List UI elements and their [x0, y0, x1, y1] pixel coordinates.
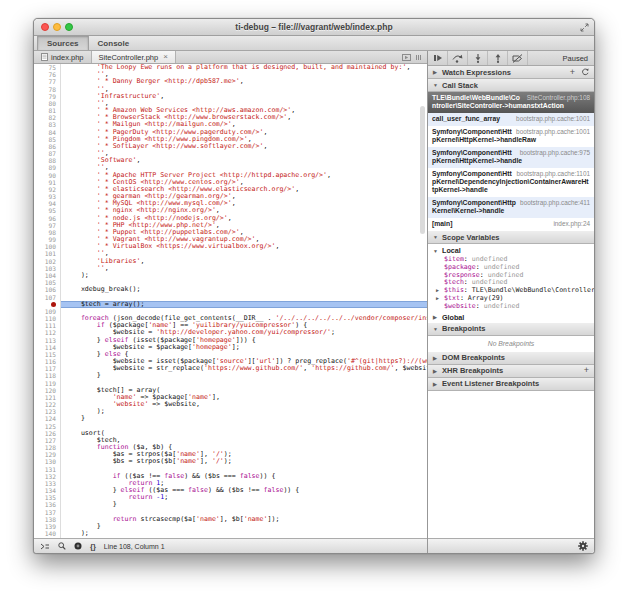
gutter-line-number[interactable]: 105	[34, 279, 61, 286]
gutter-line-number[interactable]: 127	[34, 437, 61, 444]
gutter-line-number[interactable]: 125	[34, 423, 61, 430]
gutter-line-number[interactable]: 76	[34, 71, 61, 78]
code-text[interactable]: 'Software',	[61, 157, 427, 164]
gutter-line-number[interactable]: 104	[34, 272, 61, 279]
code-text[interactable]: $website = str_replace('https://www.gith…	[61, 365, 427, 372]
gutter-line-number[interactable]: 84	[34, 129, 61, 136]
gutter-line-number[interactable]: 120	[34, 387, 61, 394]
gutter-line-number[interactable]: 95	[34, 207, 61, 214]
code-text[interactable]: ' * Amazon Web Services <http://aws.amaz…	[61, 107, 427, 114]
disable-breakpoints-button[interactable]	[508, 51, 528, 65]
code-text[interactable]: if ($package['name'] == 'yuilibrary/yuic…	[61, 322, 427, 329]
call-stack-frame[interactable]: bootstrap.php.cache:975Symfony\Component…	[428, 147, 594, 168]
gutter-line-number[interactable]: 116	[34, 358, 61, 365]
code-text[interactable]: return strcasecmp($a['name'], $b['name']…	[61, 516, 427, 523]
gutter-line-number[interactable]: 103	[34, 265, 61, 272]
scope-variable-row[interactable]: ▶$this: TLE\Bundle\WebBundle\Controller\	[428, 287, 594, 295]
code-text[interactable]: }	[61, 501, 427, 508]
vertical-bars-icon[interactable]	[415, 54, 422, 61]
gutter-line-number[interactable]: 99	[34, 236, 61, 243]
code-text[interactable]: return -1;	[61, 494, 427, 501]
gutter-line-number[interactable]: 80	[34, 100, 61, 107]
code-text[interactable]: usort(	[61, 430, 427, 437]
step-into-button[interactable]	[468, 51, 488, 65]
gutter-line-number[interactable]: 138	[34, 516, 61, 523]
code-text[interactable]: ' * Pingdom <http://www.pingdom.com/>',	[61, 136, 427, 143]
gutter-line-number[interactable]: 96	[34, 215, 61, 222]
code-text[interactable]	[61, 423, 427, 430]
gutter-line-number[interactable]: 134	[34, 487, 61, 494]
code-text[interactable]	[61, 380, 427, 387]
section-call-stack[interactable]: ▼ Call Stack	[428, 79, 594, 92]
gutter-line-number[interactable]: 140	[34, 530, 61, 537]
code-text[interactable]: }	[61, 523, 427, 530]
call-stack-frame[interactable]: bootstrap.php.cache:411Symfony\Component…	[428, 197, 594, 218]
section-scope-variables[interactable]: ▼ Scope Variables	[428, 231, 594, 244]
code-text[interactable]: 'The Loopy Ewe runs on a platform that i…	[61, 64, 427, 71]
code-text[interactable]: $website = 'http://developer.yahoo.com/y…	[61, 329, 427, 336]
minimize-window-button[interactable]	[53, 23, 61, 31]
call-stack-frame[interactable]: bootstrap.php.cache:1001call_user_func_a…	[428, 113, 594, 126]
search-icon[interactable]	[58, 542, 66, 550]
scope-local-row[interactable]: ▼ Local	[428, 244, 594, 256]
code-text[interactable]: '',	[61, 265, 427, 272]
gutter-line-number[interactable]: 131	[34, 466, 61, 473]
close-tab-icon[interactable]: ×	[163, 53, 168, 61]
gutter-line-number[interactable]: 113	[34, 337, 61, 344]
gutter-line-number[interactable]: 135	[34, 494, 61, 501]
code-text[interactable]	[61, 466, 427, 473]
gutter-line-number[interactable]: 77	[34, 78, 61, 85]
call-stack-frame[interactable]: SiteController.php:108TLE\Bundle\WebBund…	[428, 92, 594, 113]
file-tab-sitecontroller-php[interactable]: SiteController.php ×	[92, 51, 176, 63]
section-watch-expressions[interactable]: ▶ Watch Expressions +	[428, 66, 594, 79]
code-text[interactable]: ' * elasticsearch <http://www.elasticsea…	[61, 186, 427, 193]
code-text[interactable]: 'Libraries',	[61, 258, 427, 265]
code-text[interactable]: );	[61, 272, 427, 279]
close-window-button[interactable]	[41, 23, 49, 31]
zoom-window-button[interactable]	[65, 23, 73, 31]
gutter-line-number[interactable]: 110	[34, 315, 61, 322]
disclosure-triangle-icon[interactable]: ▶	[436, 295, 444, 303]
scope-variable-row[interactable]: $package: undefined	[428, 264, 594, 272]
gutter-line-number[interactable]: 112	[34, 329, 61, 336]
code-text[interactable]: 'website' => $website,	[61, 401, 427, 408]
section-dom-breakpoints[interactable]: ▶ DOM Breakpoints	[428, 352, 594, 365]
code-text[interactable]	[61, 308, 427, 315]
titlebar[interactable]: ti-debug – file:///vagrant/web/index.php	[34, 19, 594, 36]
gutter-line-number[interactable]: 139	[34, 523, 61, 530]
section-event-listener-breakpoints[interactable]: ▶ Event Listener Breakpoints	[428, 378, 594, 391]
code-text[interactable]: ' * SoftLayer <http://www.softlayer.com/…	[61, 143, 427, 150]
gutter-line-number[interactable]: 133	[34, 480, 61, 487]
gutter-line-number[interactable]: 87	[34, 150, 61, 157]
gutter-line-number[interactable]: 106	[34, 286, 61, 293]
gutter-line-number[interactable]: 123	[34, 408, 61, 415]
code-text[interactable]: );	[61, 530, 427, 537]
gutter-line-number[interactable]: 102	[34, 258, 61, 265]
code-text[interactable]: } else {	[61, 351, 427, 358]
code-text[interactable]: $tech = array();	[61, 301, 427, 308]
gutter-line-number[interactable]: 75	[34, 64, 61, 71]
code-text[interactable]: 'Infrastructure',	[61, 93, 427, 100]
code-text[interactable]	[61, 294, 427, 301]
gutter-line-number[interactable]: 98	[34, 229, 61, 236]
code-text[interactable]	[61, 537, 427, 538]
code-text[interactable]: ' * node.js <http://nodejs.org/>',	[61, 215, 427, 222]
code-text[interactable]: }	[61, 372, 427, 379]
step-over-button[interactable]	[448, 51, 468, 65]
code-text[interactable]: $tech,	[61, 437, 427, 444]
gutter-line-number[interactable]: 118	[34, 372, 61, 379]
console-prompt-icon[interactable]	[40, 543, 50, 550]
section-breakpoints[interactable]: ▼ Breakpoints	[428, 323, 594, 336]
gutter-line-number[interactable]: 88	[34, 157, 61, 164]
code-text[interactable]: ' * VirtualBox <https://www.virtualbox.o…	[61, 243, 427, 250]
code-text[interactable]: ' * Danny Berger <http://dpb587.me>',	[61, 78, 427, 85]
gutter-line-number[interactable]: 83	[34, 121, 61, 128]
code-text[interactable]: '',	[61, 250, 427, 257]
code-text[interactable]: ' * PHP <http://www.php.net/>',	[61, 222, 427, 229]
code-text[interactable]: '',	[61, 164, 427, 171]
gutter-line-number[interactable]: 111	[34, 322, 61, 329]
boxed-arrow-icon[interactable]	[402, 54, 411, 61]
code-text[interactable]: );	[61, 408, 427, 415]
gutter-line-number[interactable]: 132	[34, 473, 61, 480]
gutter-line-number[interactable]: 81	[34, 107, 61, 114]
